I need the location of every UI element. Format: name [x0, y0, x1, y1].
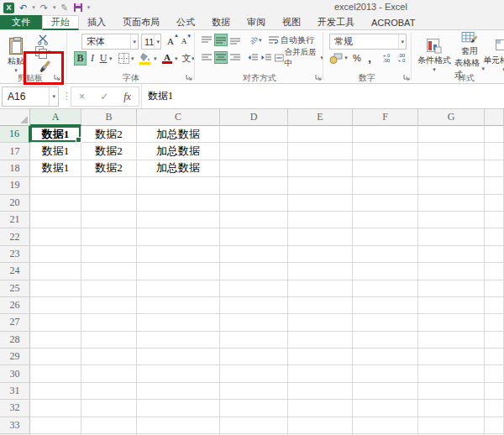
align-right-button[interactable]: [228, 51, 242, 64]
increase-indent-button[interactable]: [260, 51, 272, 64]
row-header-25[interactable]: 25: [0, 280, 30, 297]
align-bottom-button[interactable]: [228, 34, 242, 46]
cell-styles-button[interactable]: 单元格样式 ▾: [486, 32, 504, 79]
cell-D23[interactable]: [220, 246, 288, 263]
cell-B17[interactable]: 数据2: [81, 143, 137, 160]
column-header-A[interactable]: A: [30, 109, 81, 126]
cell-F23[interactable]: [353, 246, 418, 263]
accounting-format-button[interactable]: ▾: [328, 51, 349, 65]
cell-B20[interactable]: [81, 195, 137, 212]
redo-dropdown-icon[interactable]: ▾: [53, 4, 56, 11]
cell-partial-28[interactable]: [485, 332, 504, 349]
row-header-27[interactable]: 27: [0, 314, 30, 331]
cell-F20[interactable]: [353, 195, 418, 212]
cancel-button[interactable]: ×: [79, 91, 85, 102]
cell-F33[interactable]: [353, 417, 418, 434]
cell-G25[interactable]: [418, 280, 485, 297]
cell-D22[interactable]: [220, 228, 288, 245]
cell-G17[interactable]: [418, 143, 485, 160]
cell-D28[interactable]: [220, 332, 288, 349]
cell-G22[interactable]: [418, 228, 485, 245]
cell-D25[interactable]: [220, 280, 288, 297]
row-header-26[interactable]: 26: [0, 297, 30, 314]
cell-E28[interactable]: [288, 332, 353, 349]
cell-D33[interactable]: [220, 417, 288, 434]
font-size-combobox[interactable]: 11 ▾: [141, 34, 161, 50]
cell-C20[interactable]: [137, 195, 220, 212]
cell-C23[interactable]: [137, 246, 220, 263]
name-box-dropdown-icon[interactable]: ▾: [49, 87, 58, 106]
cell-partial-22[interactable]: [485, 228, 504, 245]
cell-G28[interactable]: [418, 332, 485, 349]
cell-A18[interactable]: 数据1: [30, 160, 81, 177]
cell-partial-30[interactable]: [485, 365, 504, 382]
row-header-17[interactable]: 17: [0, 143, 30, 160]
cell-A22[interactable]: [30, 228, 81, 245]
decrease-indent-button[interactable]: [246, 51, 259, 64]
cell-B30[interactable]: [81, 365, 137, 382]
cell-A30[interactable]: [30, 365, 81, 382]
row-header-31[interactable]: 31: [0, 383, 30, 400]
cell-B24[interactable]: [81, 263, 137, 280]
cell-partial-24[interactable]: [485, 263, 504, 280]
tab-home[interactable]: 开始: [42, 15, 79, 30]
cell-D32[interactable]: [220, 400, 288, 417]
cell-A28[interactable]: [30, 332, 81, 349]
cell-G24[interactable]: [418, 263, 485, 280]
undo-dropdown-icon[interactable]: ▾: [32, 4, 35, 11]
underline-button[interactable]: U: [98, 51, 108, 66]
cell-G27[interactable]: [418, 314, 485, 331]
cell-C26[interactable]: [137, 297, 220, 314]
cell-E33[interactable]: [288, 417, 353, 434]
cell-partial-21[interactable]: [485, 212, 504, 228]
cell-A19[interactable]: [30, 177, 81, 194]
row-header-24[interactable]: 24: [0, 263, 30, 280]
row-header-32[interactable]: 32: [0, 400, 30, 417]
row-header-23[interactable]: 23: [0, 246, 30, 263]
cell-E19[interactable]: [288, 177, 353, 194]
cell-C24[interactable]: [137, 263, 220, 280]
cell-partial-32[interactable]: [485, 400, 504, 417]
cell-E23[interactable]: [288, 246, 353, 263]
bold-button[interactable]: B: [74, 51, 87, 66]
cell-B27[interactable]: [81, 314, 137, 331]
cell-A32[interactable]: [30, 400, 81, 417]
align-middle-button[interactable]: [214, 34, 228, 46]
cell-E21[interactable]: [288, 212, 353, 228]
cell-F16[interactable]: [353, 126, 418, 143]
tab-developer[interactable]: 开发工具: [309, 15, 363, 29]
row-header-22[interactable]: 22: [0, 228, 30, 245]
cell-partial-18[interactable]: [485, 160, 504, 177]
cell-A17[interactable]: 数据1: [30, 143, 81, 160]
percent-style-button[interactable]: %: [351, 51, 363, 65]
cell-A21[interactable]: [30, 212, 81, 228]
cell-E25[interactable]: [288, 280, 353, 297]
cell-C16[interactable]: 加总数据: [137, 126, 220, 143]
cell-C30[interactable]: [137, 365, 220, 382]
cell-C29[interactable]: [137, 349, 220, 365]
row-header-33[interactable]: 33: [0, 417, 30, 434]
cell-partial-19[interactable]: [485, 177, 504, 194]
column-header-partial[interactable]: [485, 109, 504, 126]
cell-C31[interactable]: [137, 383, 220, 400]
save-icon[interactable]: [74, 3, 82, 12]
decrease-decimal-button[interactable]: .00 +.0: [395, 51, 408, 65]
tab-insert[interactable]: 插入: [79, 15, 114, 29]
select-all-corner[interactable]: [0, 109, 30, 126]
cell-E32[interactable]: [288, 400, 353, 417]
cell-A33[interactable]: [30, 417, 81, 434]
cell-partial-29[interactable]: [485, 349, 504, 365]
cell-G30[interactable]: [418, 365, 485, 382]
cell-partial-23[interactable]: [485, 246, 504, 263]
cell-partial-16[interactable]: [485, 126, 504, 143]
comma-style-button[interactable]: ,: [365, 51, 375, 65]
number-format-combobox[interactable]: 常规 ▾: [329, 34, 407, 50]
cell-partial-20[interactable]: [485, 195, 504, 212]
cell-A27[interactable]: [30, 314, 81, 331]
cell-A29[interactable]: [30, 349, 81, 365]
cell-B23[interactable]: [81, 246, 137, 263]
row-header-30[interactable]: 30: [0, 365, 30, 382]
row-header-18[interactable]: 18: [0, 160, 30, 177]
cell-B19[interactable]: [81, 177, 137, 194]
cell-A20[interactable]: [30, 195, 81, 212]
